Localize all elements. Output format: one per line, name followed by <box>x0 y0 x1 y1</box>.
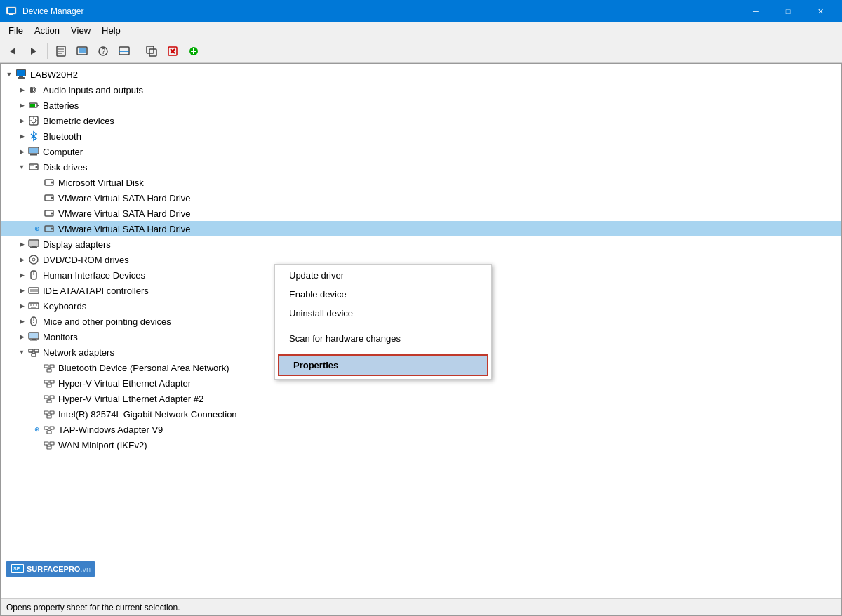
svg-rect-95 <box>50 396 54 399</box>
scan-toolbar-button[interactable] <box>114 42 134 60</box>
hid-expand[interactable]: ▶ <box>16 269 27 281</box>
ctx-scan-changes[interactable]: Scan for hardware changes <box>275 329 491 348</box>
maximize-button[interactable]: □ <box>772 0 804 22</box>
disk4-label: VMware Virtual SATA Hard Drive <box>58 224 191 234</box>
network-icon <box>27 346 40 359</box>
monitors-label: Monitors <box>43 332 78 342</box>
device-tree[interactable]: ▼ LABW20H2 ▶ Audio inputs <box>1 64 841 598</box>
disk1-icon <box>43 176 55 189</box>
tree-item-audio[interactable]: ▶ Audio inputs and outputs <box>1 82 841 98</box>
menu-action[interactable]: Action <box>29 24 65 37</box>
tree-item-disk2[interactable]: VMware Virtual SATA Hard Drive <box>1 190 841 206</box>
app-icon <box>6 6 17 17</box>
svg-point-47 <box>51 182 53 184</box>
ctx-enable-device[interactable]: Enable device <box>275 285 491 304</box>
tree-item-net5[interactable]: ⊕ TAP-Windows Adapter V9 <box>1 422 841 437</box>
net1-label: Bluetooth Device (Personal Area Network) <box>58 363 229 373</box>
tree-item-disk3[interactable]: VMware Virtual SATA Hard Drive <box>1 206 841 221</box>
dvd-expand[interactable]: ▶ <box>16 254 27 265</box>
biometric-expand[interactable]: ▶ <box>16 115 27 126</box>
minimize-button[interactable]: ─ <box>740 0 772 22</box>
ctx-update-driver[interactable]: Update driver <box>275 266 491 285</box>
properties-toolbar-button[interactable] <box>51 42 71 60</box>
menu-help[interactable]: Help <box>96 24 126 37</box>
net5-label: TAP-Windows Adapter V9 <box>58 424 163 435</box>
svg-rect-67 <box>29 303 39 309</box>
svg-rect-111 <box>47 446 51 449</box>
tree-item-disk1[interactable]: Microsoft Virtual Disk <box>1 175 841 190</box>
computer-icon <box>15 68 27 81</box>
tree-item-disk4[interactable]: ⊕ VMware Virtual SATA Hard Drive <box>1 221 841 236</box>
svg-rect-106 <box>47 431 51 434</box>
diskdrives-expand[interactable]: ▼ <box>16 161 27 173</box>
svg-rect-91 <box>47 384 51 387</box>
menu-view[interactable]: View <box>65 24 96 37</box>
batteries-label: Batteries <box>43 100 79 111</box>
svg-rect-57 <box>30 247 37 248</box>
ide-label: IDE ATA/ATAPI controllers <box>43 286 149 296</box>
ide-expand[interactable]: ▶ <box>16 285 27 296</box>
update-driver-toolbar-button[interactable] <box>72 42 92 60</box>
tree-root[interactable]: ▼ LABW20H2 <box>1 67 841 82</box>
tree-item-batteries[interactable]: ▶ Batteries <box>1 98 841 113</box>
tree-item-bluetooth[interactable]: ▶ Bluetooth <box>1 128 841 144</box>
disk2-label: VMware Virtual SATA Hard Drive <box>58 193 191 203</box>
window-title: Device Manager <box>22 6 740 16</box>
menu-bar: File Action View Help <box>0 22 842 39</box>
tree-item-net4[interactable]: Intel(R) 82574L Gigabit Network Connecti… <box>1 406 841 422</box>
close-button[interactable]: ✕ <box>804 0 836 22</box>
tree-item-computer[interactable]: ▶ Computer <box>1 144 841 159</box>
tree-item-diskdrives[interactable]: ▼ Disk drives <box>1 159 841 175</box>
svg-rect-27 <box>18 77 25 79</box>
net4-icon <box>43 408 55 420</box>
back-button[interactable] <box>3 42 22 60</box>
svg-rect-41 <box>32 154 36 154</box>
disk3-icon <box>43 207 55 220</box>
bluetooth-expand[interactable]: ▶ <box>16 130 27 142</box>
bluetooth-icon <box>27 130 40 142</box>
svg-point-44 <box>36 166 38 168</box>
dvd-icon <box>27 253 40 266</box>
ctx-uninstall-device[interactable]: Uninstall device <box>275 304 491 323</box>
tree-item-biometric[interactable]: ▶ Biometric devices <box>1 113 841 128</box>
disk3-label: VMware Virtual SATA Hard Drive <box>58 208 191 219</box>
svg-rect-109 <box>44 442 48 445</box>
svg-rect-110 <box>50 442 54 445</box>
computer-expand[interactable]: ▶ <box>16 146 27 157</box>
disk4-expand[interactable]: ⊕ <box>32 223 43 234</box>
network-expand[interactable]: ▼ <box>16 347 27 358</box>
svg-rect-99 <box>44 411 48 414</box>
menu-file[interactable]: File <box>3 24 29 37</box>
mice-expand[interactable]: ▶ <box>16 316 27 327</box>
scan2-toolbar-button[interactable] <box>142 42 161 60</box>
add-toolbar-button[interactable] <box>184 42 203 60</box>
svg-rect-17 <box>149 49 156 56</box>
batteries-icon <box>27 99 40 112</box>
tree-item-net6[interactable]: WAN Miniport (IKEv2) <box>1 437 841 453</box>
uninstall-toolbar-button[interactable] <box>163 42 182 60</box>
help-toolbar-button[interactable]: ? <box>93 42 113 60</box>
audio-expand[interactable]: ▶ <box>16 84 27 95</box>
net4-label: Intel(R) 82574L Gigabit Network Connecti… <box>58 409 237 420</box>
svg-point-53 <box>51 228 53 230</box>
root-expand[interactable]: ▼ <box>4 69 15 80</box>
hid-label: Human Interface Devices <box>43 270 145 281</box>
display-icon <box>27 238 40 250</box>
toolbar: ? <box>0 39 842 63</box>
net5-expand[interactable]: ⊕ <box>32 424 43 435</box>
batteries-expand[interactable]: ▶ <box>16 100 27 111</box>
svg-rect-76 <box>29 333 38 338</box>
display-expand[interactable]: ▶ <box>16 239 27 250</box>
tree-item-net3[interactable]: Hyper-V Virtual Ethernet Adapter #2 <box>1 391 841 406</box>
svg-rect-80 <box>34 349 39 352</box>
forward-button[interactable] <box>24 42 44 60</box>
ctx-properties[interactable]: Properties <box>278 354 488 376</box>
monitors-expand[interactable]: ▶ <box>16 331 27 342</box>
keyboards-expand[interactable]: ▶ <box>16 300 27 312</box>
audio-icon <box>27 83 40 96</box>
svg-rect-100 <box>50 411 54 414</box>
title-bar: Device Manager ─ □ ✕ <box>0 0 842 22</box>
net3-icon <box>43 392 55 405</box>
svg-rect-3 <box>8 15 15 15</box>
tree-item-display[interactable]: ▶ Display adapters <box>1 236 841 252</box>
